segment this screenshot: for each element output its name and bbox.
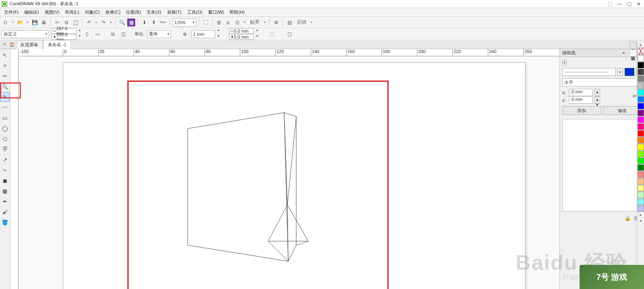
copy-icon[interactable]: ⧉ [62, 18, 70, 27]
snap-icon[interactable]: ⊡ [233, 18, 242, 27]
rectangle-tool-icon[interactable]: ▭ [0, 113, 10, 123]
close-icon[interactable]: ✕ [635, 1, 642, 7]
canvas[interactable]: -100 0 20 40 60 80 100 120 140 160 180 2… [10, 49, 559, 289]
launch-label[interactable]: 启动 [295, 18, 308, 27]
docker-menu-icon[interactable]: ▸ [623, 50, 629, 56]
palette-up-icon[interactable]: ▴ [637, 42, 644, 47]
swatch[interactable] [638, 123, 644, 130]
swatch[interactable] [638, 185, 644, 191]
swatch[interactable] [638, 89, 644, 96]
parallel-dim-icon[interactable]: ↗ [0, 155, 10, 164]
nav-pick-icon[interactable]: ↖ [2, 41, 8, 48]
fullscreen-icon[interactable]: ⛶ [202, 18, 210, 27]
add-button[interactable]: 添加 [562, 106, 601, 115]
dup-offset-y-input[interactable]: ⬍ 5.0 mm [229, 34, 254, 40]
export-icon[interactable]: ⬆ [150, 18, 158, 27]
zoom-tool-icon[interactable]: 🔍 [0, 82, 10, 91]
interactive-fill-icon[interactable]: 🖌 [0, 207, 10, 217]
guideline-list[interactable] [562, 119, 642, 211]
page-preset-select[interactable]: 自定义▾ [2, 30, 49, 38]
new-icon[interactable]: 🗋 [2, 18, 10, 27]
pick-tool-icon[interactable]: ↖ [0, 50, 10, 60]
print-icon[interactable]: 🖶 [40, 18, 48, 27]
swatch[interactable] [638, 130, 644, 137]
save-icon[interactable]: 💾 [31, 18, 39, 27]
text-tool-icon[interactable]: 字 [0, 144, 10, 154]
guideline-color[interactable] [625, 68, 634, 76]
swatch-none[interactable]: ╳ [638, 48, 644, 54]
polygon-tool-icon[interactable]: ⬡ [0, 134, 10, 143]
modify-button[interactable]: 修改 [603, 106, 642, 115]
page-border-icon[interactable]: ▢ [285, 30, 293, 38]
shape-tool-icon[interactable]: ⟡ [0, 61, 10, 70]
minimize-icon[interactable]: — [616, 1, 623, 7]
swatch[interactable] [638, 205, 644, 212]
swatch[interactable] [638, 199, 644, 205]
side-tab-guides[interactable]: 辅助线 [630, 49, 637, 57]
page-height-input[interactable]: ⬍ 150.0 mm [52, 34, 76, 40]
line-style-dd[interactable]: ▾ [617, 68, 623, 76]
eyedropper-icon[interactable]: ✒ [0, 197, 10, 206]
freehand-tool-icon[interactable]: ✎ [0, 92, 10, 102]
options-icon[interactable]: ⚙ [272, 18, 280, 27]
zoom-level-input[interactable]: 125%▾ [172, 18, 196, 27]
cut-icon[interactable]: ✂ [53, 18, 61, 27]
tab-document[interactable]: 未命名 -1 [43, 40, 71, 49]
menu-tools[interactable]: 工具(O) [185, 8, 205, 16]
swatch[interactable] [638, 62, 644, 68]
swatch[interactable] [638, 137, 644, 143]
line-style-select[interactable] [562, 68, 616, 76]
y-input[interactable]: .0 mm [569, 96, 593, 104]
swatch[interactable] [638, 192, 644, 198]
swatch[interactable] [638, 158, 644, 164]
crop-border-icon[interactable]: ⬚ [268, 30, 276, 38]
swatch[interactable] [638, 171, 644, 178]
menu-file[interactable]: 文件(F) [2, 8, 21, 16]
swatch[interactable] [638, 55, 644, 61]
connector-icon[interactable]: ⤷ [0, 165, 10, 175]
menu-view[interactable]: 视图(V) [42, 8, 62, 16]
nudge-icon[interactable]: ⊕ [181, 30, 189, 38]
menu-window[interactable]: 窗口(W) [206, 8, 227, 16]
menu-help[interactable]: 帮助(H) [227, 8, 247, 16]
menu-edit[interactable]: 编辑(E) [22, 8, 41, 16]
artistic-media-icon[interactable]: 〰 [0, 102, 10, 112]
guideline-type-icon[interactable]: ⊹ [562, 59, 567, 66]
swatch[interactable] [638, 178, 644, 184]
maximize-icon[interactable]: ▢ [625, 1, 633, 7]
dup-offset-x-input[interactable]: ⬄ 5.0 mm [229, 28, 254, 34]
unit-select[interactable]: 毫米▾ [147, 30, 171, 38]
crop-tool-icon[interactable]: ✂ [0, 71, 10, 81]
swatch[interactable] [638, 110, 644, 116]
import-icon[interactable]: ⬇ [140, 18, 149, 27]
menu-effects[interactable]: 效果(C) [103, 8, 123, 16]
lock-icon[interactable]: 🔒 [625, 215, 631, 222]
orientation-select[interactable]: 水平▾ [562, 78, 642, 86]
x-input[interactable]: .0 mm [569, 89, 593, 96]
nudge-input[interactable]: 1 mm [191, 30, 215, 38]
landscape-icon[interactable]: ▭ [93, 30, 101, 38]
menu-text[interactable]: 文本(X) [144, 8, 164, 16]
pixel-icon[interactable]: ▦ [127, 18, 135, 27]
search-icon[interactable]: 🔍 [118, 18, 126, 27]
palette-down-icon[interactable]: ▾ [637, 212, 644, 218]
swatch[interactable] [638, 144, 644, 150]
nav-home-icon[interactable]: 🏠 [9, 41, 15, 48]
menu-object[interactable]: 对象(C) [83, 8, 102, 16]
swatch[interactable] [638, 96, 644, 102]
tab-welcome[interactable]: 欢迎屏幕 [16, 40, 43, 49]
swatch[interactable] [638, 76, 644, 82]
swatch[interactable] [638, 103, 644, 109]
side-tab-align[interactable]: 对齐与分布 [630, 42, 637, 49]
transparency-icon[interactable]: ▦ [0, 186, 10, 196]
palette-flyout-icon[interactable]: ◂ [637, 218, 644, 223]
pdf-icon[interactable]: PDF [159, 18, 167, 27]
swatch[interactable] [638, 69, 644, 75]
ellipse-tool-icon[interactable]: ◯ [0, 123, 10, 133]
portrait-icon[interactable]: ▯ [83, 30, 91, 38]
drop-shadow-icon[interactable]: ◼ [0, 176, 10, 185]
current-page-icon[interactable]: ◫ [119, 30, 127, 38]
menu-bitmap[interactable]: 位图(B) [124, 8, 143, 16]
swatch[interactable] [638, 117, 644, 123]
grid-icon[interactable]: ⊞ [215, 18, 223, 27]
